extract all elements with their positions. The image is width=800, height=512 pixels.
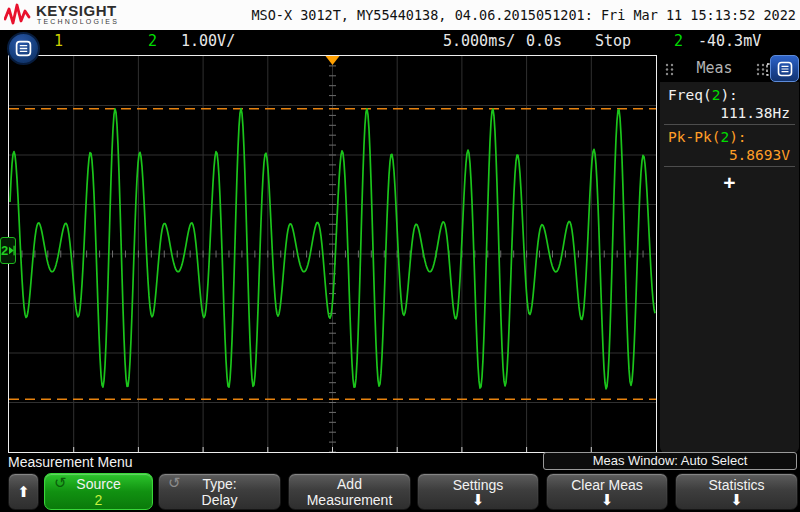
softkey-source-label: Source	[76, 476, 120, 492]
measurement-panel: Meas Freq(2): 111.38Hz Pk-Pk(2): 5.8693V…	[660, 55, 799, 453]
measurement-panel-header: Meas	[660, 55, 799, 82]
delay-readout[interactable]: 0.0s	[526, 32, 562, 51]
meas-row-pkpk-value: 5.8693V	[729, 147, 790, 163]
status-bar: 1 2 1.00V/ 5.000ms/ 0.0s Stop 2 -40.3mV	[0, 30, 800, 53]
measurement-list: Freq(2): 111.38Hz Pk-Pk(2): 5.8693V +	[660, 82, 799, 453]
divider	[664, 124, 795, 125]
measurement-panel-menu-button[interactable]	[770, 55, 799, 82]
down-arrow-icon: ⬇	[730, 493, 743, 507]
softkey-add-label2: Measurement	[307, 492, 393, 508]
brand-subtitle: TECHNOLOGIES	[37, 18, 119, 25]
up-arrow-icon: ⬆	[17, 485, 30, 499]
softkey-type-value: Delay	[202, 492, 238, 508]
menu-icon	[15, 40, 32, 57]
softkey-type-label: Type:	[202, 476, 236, 492]
channel2-scale[interactable]: 1.00V/	[181, 32, 235, 51]
meas-window-label: Meas Window: Auto Select	[543, 452, 797, 470]
timebase-readout[interactable]: 5.000ms/	[443, 32, 515, 51]
softkey-add-label1: Add	[337, 476, 362, 492]
channel1-label[interactable]: 1	[54, 32, 63, 51]
divider	[664, 166, 795, 167]
scope-display	[8, 55, 657, 453]
trigger-level[interactable]: -40.3mV	[698, 32, 761, 51]
add-measurement-plus-button[interactable]: +	[660, 170, 799, 196]
cycle-arrow-icon: ↺	[168, 475, 181, 491]
main-menu-button[interactable]	[7, 32, 40, 65]
ch2-ground-marker[interactable]: 2	[0, 237, 16, 264]
instrument-title: MSO-X 3012T, MY55440138, 04.06.201505120…	[251, 7, 796, 23]
ch2-marker-label: 2	[1, 243, 8, 258]
meas-row-freq-label[interactable]: Freq(2):	[668, 87, 738, 103]
acquisition-state[interactable]: Stop	[595, 32, 631, 51]
softkey-back-button[interactable]: ⬆	[8, 473, 39, 510]
down-arrow-icon: ⬇	[472, 493, 485, 507]
trigger-source[interactable]: 2	[674, 32, 683, 51]
drag-handle-icon[interactable]	[756, 63, 765, 76]
measurement-panel-title: Meas	[660, 59, 769, 77]
header-bar: KEYSIGHT TECHNOLOGIES MSO-X 3012T, MY554…	[0, 0, 800, 30]
cycle-arrow-icon: ↺	[54, 475, 67, 491]
softkey-settings-button[interactable]: Settings ⬇	[417, 473, 539, 510]
softkey-clear-meas-button[interactable]: Clear Meas ⬇	[546, 473, 668, 510]
softkey-source-button[interactable]: ↺ Source 2	[44, 473, 153, 510]
softkey-add-measurement-button[interactable]: Add Measurement	[288, 473, 411, 510]
down-arrow-icon: ⬇	[601, 493, 614, 507]
meas-row-freq-value: 111.38Hz	[720, 105, 790, 121]
brand-name: KEYSIGHT	[36, 2, 117, 19]
keysight-logo-icon	[4, 2, 34, 28]
oscilloscope-screen: KEYSIGHT TECHNOLOGIES MSO-X 3012T, MY554…	[0, 0, 800, 512]
trigger-position-marker[interactable]	[326, 56, 340, 65]
softkey-type-button[interactable]: ↺ Type: Delay	[158, 473, 281, 510]
softkey-source-value: 2	[95, 492, 103, 508]
ground-arrow-icon	[9, 245, 15, 256]
menu-icon	[777, 61, 793, 77]
softkey-menu-title: Measurement Menu	[8, 454, 133, 470]
channel2-label[interactable]: 2	[148, 32, 157, 51]
meas-row-pkpk-label[interactable]: Pk-Pk(2):	[668, 129, 747, 145]
softkey-statistics-button[interactable]: Statistics ⬇	[675, 473, 798, 510]
